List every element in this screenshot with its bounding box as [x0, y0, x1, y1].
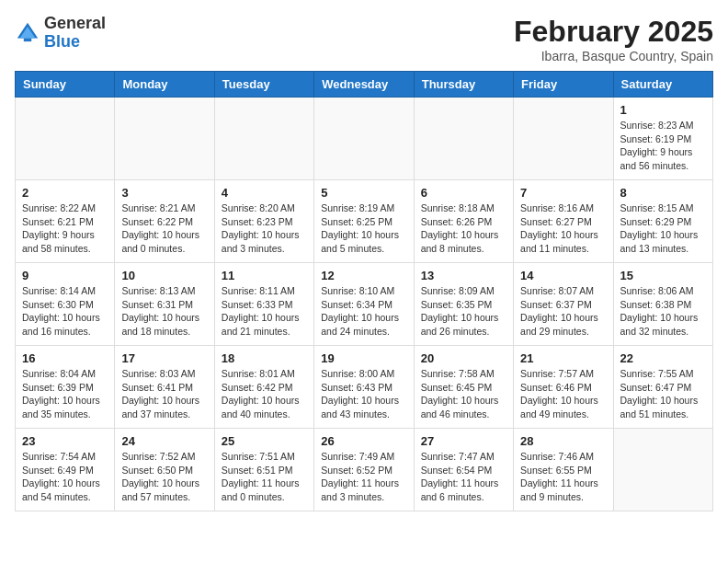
calendar-day: 4Sunrise: 8:20 AM Sunset: 6:23 PM Daylig…	[214, 180, 313, 263]
calendar-day: 13Sunrise: 8:09 AM Sunset: 6:35 PM Dayli…	[414, 263, 513, 346]
calendar-day: 12Sunrise: 8:10 AM Sunset: 6:34 PM Dayli…	[314, 263, 414, 346]
calendar-day: 1Sunrise: 8:23 AM Sunset: 6:19 PM Daylig…	[613, 98, 712, 180]
calendar-day: 25Sunrise: 7:51 AM Sunset: 6:51 PM Dayli…	[214, 429, 313, 511]
day-info: Sunrise: 8:07 AM Sunset: 6:37 PM Dayligh…	[520, 284, 606, 339]
calendar-day: 3Sunrise: 8:21 AM Sunset: 6:22 PM Daylig…	[115, 180, 214, 263]
day-info: Sunrise: 8:09 AM Sunset: 6:35 PM Dayligh…	[421, 284, 506, 339]
weekday-header-saturday: Saturday	[613, 72, 712, 98]
calendar-day: 5Sunrise: 8:19 AM Sunset: 6:25 PM Daylig…	[314, 180, 414, 263]
day-info: Sunrise: 7:57 AM Sunset: 6:46 PM Dayligh…	[520, 367, 606, 421]
calendar-day: 28Sunrise: 7:46 AM Sunset: 6:55 PM Dayli…	[514, 429, 613, 511]
day-info: Sunrise: 8:04 AM Sunset: 6:39 PM Dayligh…	[22, 367, 108, 421]
day-info: Sunrise: 8:19 AM Sunset: 6:25 PM Dayligh…	[321, 201, 406, 256]
day-number: 12	[321, 269, 406, 282]
day-number: 4	[222, 186, 307, 200]
calendar-day	[214, 98, 313, 180]
day-number: 22	[620, 351, 706, 365]
calendar-day	[115, 98, 214, 180]
location: Ibarra, Basque Country, Spain	[514, 49, 713, 63]
calendar-day	[414, 98, 513, 180]
day-info: Sunrise: 7:51 AM Sunset: 6:51 PM Dayligh…	[222, 450, 307, 504]
day-info: Sunrise: 8:22 AM Sunset: 6:21 PM Dayligh…	[22, 201, 108, 256]
logo-text: General Blue	[44, 15, 106, 52]
day-number: 10	[121, 269, 207, 282]
weekday-header-friday: Friday	[514, 72, 613, 98]
calendar-day	[613, 429, 712, 511]
day-info: Sunrise: 8:14 AM Sunset: 6:30 PM Dayligh…	[22, 284, 108, 339]
calendar-day: 7Sunrise: 8:16 AM Sunset: 6:27 PM Daylig…	[514, 180, 613, 263]
calendar-week-row: 23Sunrise: 7:54 AM Sunset: 6:49 PM Dayli…	[16, 429, 713, 511]
logo-general: General	[44, 14, 106, 32]
day-info: Sunrise: 7:55 AM Sunset: 6:47 PM Dayligh…	[620, 367, 706, 421]
day-number: 23	[22, 434, 108, 448]
calendar-day: 21Sunrise: 7:57 AM Sunset: 6:46 PM Dayli…	[514, 346, 613, 429]
calendar-header: SundayMondayTuesdayWednesdayThursdayFrid…	[16, 72, 713, 98]
calendar-day	[16, 98, 115, 180]
logo-icon	[15, 20, 40, 46]
day-info: Sunrise: 7:49 AM Sunset: 6:52 PM Dayligh…	[321, 450, 406, 504]
day-number: 18	[222, 351, 307, 365]
day-number: 15	[620, 269, 706, 282]
day-number: 25	[222, 434, 307, 448]
calendar-day: 6Sunrise: 8:18 AM Sunset: 6:26 PM Daylig…	[414, 180, 513, 263]
calendar-day: 22Sunrise: 7:55 AM Sunset: 6:47 PM Dayli…	[613, 346, 712, 429]
calendar-day	[514, 98, 613, 180]
weekday-header-row: SundayMondayTuesdayWednesdayThursdayFrid…	[16, 72, 713, 98]
day-info: Sunrise: 7:52 AM Sunset: 6:50 PM Dayligh…	[121, 450, 207, 504]
day-info: Sunrise: 7:58 AM Sunset: 6:45 PM Dayligh…	[421, 367, 506, 421]
day-number: 8	[620, 186, 706, 200]
day-number: 3	[121, 186, 207, 200]
day-number: 2	[22, 186, 108, 200]
day-number: 1	[620, 103, 706, 117]
day-number: 13	[421, 269, 506, 282]
day-info: Sunrise: 8:20 AM Sunset: 6:23 PM Dayligh…	[222, 201, 307, 256]
day-number: 21	[520, 351, 606, 365]
page-header: General Blue February 2025 Ibarra, Basqu…	[15, 15, 713, 63]
day-info: Sunrise: 8:06 AM Sunset: 6:38 PM Dayligh…	[620, 284, 706, 339]
day-info: Sunrise: 8:10 AM Sunset: 6:34 PM Dayligh…	[321, 284, 406, 339]
calendar-week-row: 9Sunrise: 8:14 AM Sunset: 6:30 PM Daylig…	[16, 263, 713, 346]
day-number: 7	[520, 186, 606, 200]
day-number: 17	[121, 351, 207, 365]
day-number: 14	[520, 269, 606, 282]
weekday-header-sunday: Sunday	[16, 72, 115, 98]
calendar-body: 1Sunrise: 8:23 AM Sunset: 6:19 PM Daylig…	[16, 98, 713, 511]
day-info: Sunrise: 8:15 AM Sunset: 6:29 PM Dayligh…	[620, 201, 706, 256]
logo: General Blue	[15, 15, 106, 52]
day-info: Sunrise: 8:03 AM Sunset: 6:41 PM Dayligh…	[121, 367, 207, 421]
day-number: 27	[421, 434, 506, 448]
calendar-day: 10Sunrise: 8:13 AM Sunset: 6:31 PM Dayli…	[115, 263, 214, 346]
day-info: Sunrise: 7:47 AM Sunset: 6:54 PM Dayligh…	[421, 450, 506, 504]
calendar-day: 24Sunrise: 7:52 AM Sunset: 6:50 PM Dayli…	[115, 429, 214, 511]
calendar-week-row: 2Sunrise: 8:22 AM Sunset: 6:21 PM Daylig…	[16, 180, 713, 263]
calendar-day: 23Sunrise: 7:54 AM Sunset: 6:49 PM Dayli…	[16, 429, 115, 511]
day-info: Sunrise: 8:18 AM Sunset: 6:26 PM Dayligh…	[421, 201, 506, 256]
day-number: 9	[22, 269, 108, 282]
day-info: Sunrise: 8:11 AM Sunset: 6:33 PM Dayligh…	[222, 284, 307, 339]
calendar-week-row: 1Sunrise: 8:23 AM Sunset: 6:19 PM Daylig…	[16, 98, 713, 180]
title-block: February 2025 Ibarra, Basque Country, Sp…	[514, 15, 713, 63]
day-info: Sunrise: 8:00 AM Sunset: 6:43 PM Dayligh…	[321, 367, 406, 421]
calendar-day: 18Sunrise: 8:01 AM Sunset: 6:42 PM Dayli…	[214, 346, 313, 429]
calendar-day: 2Sunrise: 8:22 AM Sunset: 6:21 PM Daylig…	[16, 180, 115, 263]
calendar-day: 9Sunrise: 8:14 AM Sunset: 6:30 PM Daylig…	[16, 263, 115, 346]
weekday-header-tuesday: Tuesday	[214, 72, 313, 98]
day-info: Sunrise: 7:54 AM Sunset: 6:49 PM Dayligh…	[22, 450, 108, 504]
day-info: Sunrise: 7:46 AM Sunset: 6:55 PM Dayligh…	[520, 450, 606, 504]
calendar-table: SundayMondayTuesdayWednesdayThursdayFrid…	[15, 71, 713, 511]
svg-rect-2	[24, 38, 31, 41]
weekday-header-monday: Monday	[115, 72, 214, 98]
calendar-day: 17Sunrise: 8:03 AM Sunset: 6:41 PM Dayli…	[115, 346, 214, 429]
day-number: 11	[222, 269, 307, 282]
calendar-day: 27Sunrise: 7:47 AM Sunset: 6:54 PM Dayli…	[414, 429, 513, 511]
day-number: 20	[421, 351, 506, 365]
calendar-day: 8Sunrise: 8:15 AM Sunset: 6:29 PM Daylig…	[613, 180, 712, 263]
calendar-day: 16Sunrise: 8:04 AM Sunset: 6:39 PM Dayli…	[16, 346, 115, 429]
day-number: 5	[321, 186, 406, 200]
day-info: Sunrise: 8:23 AM Sunset: 6:19 PM Dayligh…	[620, 119, 706, 173]
day-info: Sunrise: 8:01 AM Sunset: 6:42 PM Dayligh…	[222, 367, 307, 421]
calendar-day: 11Sunrise: 8:11 AM Sunset: 6:33 PM Dayli…	[214, 263, 313, 346]
day-info: Sunrise: 8:16 AM Sunset: 6:27 PM Dayligh…	[520, 201, 606, 256]
calendar-day: 14Sunrise: 8:07 AM Sunset: 6:37 PM Dayli…	[514, 263, 613, 346]
calendar-day: 15Sunrise: 8:06 AM Sunset: 6:38 PM Dayli…	[613, 263, 712, 346]
